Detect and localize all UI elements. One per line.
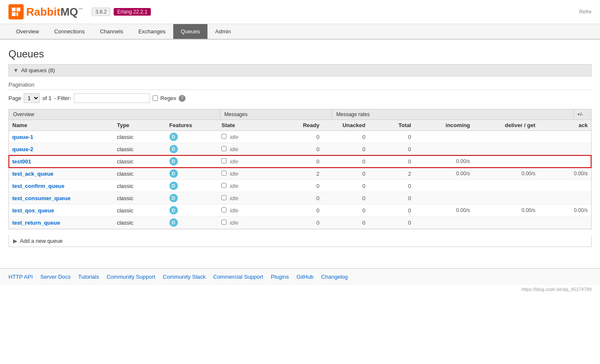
cell-incoming — [415, 131, 473, 143]
refresh-link[interactable]: Refre — [579, 9, 592, 15]
queue-link[interactable]: queue-2 — [12, 146, 33, 152]
filter-input[interactable] — [74, 93, 150, 103]
footer-github[interactable]: GitHub — [297, 274, 314, 280]
section-label: All queues (8) — [21, 67, 55, 73]
nav-queues[interactable]: Queues — [173, 24, 208, 39]
regex-checkbox[interactable] — [153, 95, 158, 101]
svg-rect-1 — [16, 8, 20, 11]
cell-ready: 0 — [277, 155, 323, 168]
queue-link[interactable]: test_ack_queue — [12, 171, 54, 177]
cell-unacked: 0 — [323, 204, 369, 217]
cell-name: test_qos_queue — [9, 204, 114, 217]
footer-tutorials[interactable]: Tutorials — [78, 274, 99, 280]
cell-total: 0 — [369, 192, 415, 204]
cell-state: idle — [218, 192, 277, 204]
state-checkbox[interactable] — [221, 146, 226, 151]
footer-changelog[interactable]: Changelog — [321, 274, 348, 280]
nav-channels[interactable]: Channels — [92, 24, 131, 39]
cell-incoming — [415, 217, 473, 229]
of-label: of 1 — [42, 95, 52, 101]
cell-deliver-get: 0.00/s — [473, 204, 539, 217]
nav-connections[interactable]: Connections — [46, 24, 92, 39]
pagination-label: Pagination — [8, 81, 592, 90]
d-badge: D — [169, 218, 178, 227]
nav-overview[interactable]: Overview — [8, 24, 46, 39]
cell-incoming — [415, 180, 473, 192]
cell-ack — [539, 180, 591, 192]
header: RabbitMQ™ 3.8.2 Erlang 22.2.1 Refre — [0, 0, 600, 24]
cell-type: classic — [114, 192, 166, 204]
state-label: idle — [230, 195, 238, 201]
add-queue-toggle[interactable]: ▶ Add a new queue — [13, 238, 587, 244]
footer-community-slack[interactable]: Community Slack — [163, 274, 205, 280]
cell-name: test_ack_queue — [9, 168, 114, 180]
cell-deliver-get — [473, 131, 539, 143]
queue-link[interactable]: test001 — [12, 158, 31, 165]
cell-deliver-get — [473, 217, 539, 229]
nav-exchanges[interactable]: Exchanges — [131, 24, 173, 39]
footer-community-support[interactable]: Community Support — [106, 274, 155, 280]
queue-link[interactable]: queue-1 — [12, 134, 33, 140]
queue-link[interactable]: test_qos_queue — [12, 207, 54, 214]
col-ready: Ready — [277, 120, 323, 131]
cell-ack — [539, 131, 591, 143]
cell-state: idle — [218, 131, 277, 143]
state-checkbox[interactable] — [221, 134, 226, 139]
table-row: test_qos_queue classic D idle 0 0 0 0.00… — [9, 204, 591, 217]
cell-ready: 0 — [277, 143, 323, 155]
state-checkbox[interactable] — [221, 158, 226, 163]
queue-link[interactable]: test_return_queue — [12, 220, 60, 226]
cell-name: queue-2 — [9, 143, 114, 155]
footer-plugins[interactable]: Plugins — [271, 274, 289, 280]
nav: Overview Connections Channels Exchanges … — [0, 24, 600, 40]
page-title: Queues — [8, 48, 592, 60]
footer-server-docs[interactable]: Server Docs — [41, 274, 71, 280]
svg-rect-2 — [12, 12, 16, 16]
cell-features: D — [166, 192, 218, 204]
queue-link[interactable]: test_confirm_queue — [12, 183, 65, 189]
cell-name: test_return_queue — [9, 217, 114, 229]
plus-minus-button[interactable]: +/- — [573, 109, 591, 120]
d-badge: D — [169, 145, 178, 153]
cell-type: classic — [114, 180, 166, 192]
cell-ready: 0 — [277, 204, 323, 217]
section-arrow: ▼ — [13, 67, 19, 73]
table-row: test_consumer_queue classic D idle 0 0 0 — [9, 192, 591, 204]
svg-rect-3 — [16, 12, 18, 16]
cell-ack — [539, 217, 591, 229]
cell-features: D — [166, 180, 218, 192]
logo: RabbitMQ™ — [8, 4, 83, 19]
version-badge: 3.8.2 — [92, 8, 111, 16]
footer-http-api[interactable]: HTTP API — [8, 274, 33, 280]
logo-icon — [8, 4, 24, 19]
state-label: idle — [230, 146, 238, 152]
state-label: idle — [230, 171, 238, 177]
section-header[interactable]: ▼ All queues (8) — [8, 64, 592, 76]
state-checkbox[interactable] — [221, 207, 226, 212]
help-icon[interactable]: ? — [179, 95, 185, 102]
page-select[interactable]: 1 — [24, 93, 40, 103]
d-badge: D — [169, 206, 178, 215]
nav-admin[interactable]: Admin — [207, 24, 238, 39]
bottom-url: https://blog.csdn.be/qq_45174789 — [0, 285, 600, 293]
queue-table-wrapper: Overview Messages Message rates +/- Name… — [8, 109, 592, 229]
d-badge: D — [169, 194, 178, 202]
footer-commercial-support[interactable]: Commercial Support — [213, 274, 264, 280]
cell-ack: 0.00/s — [539, 204, 591, 217]
state-checkbox[interactable] — [221, 171, 226, 176]
cell-ready: 0 — [277, 217, 323, 229]
section-overview-label: Overview — [9, 109, 220, 120]
state-checkbox[interactable] — [221, 183, 226, 188]
content: Queues ▼ All queues (8) Pagination Page … — [0, 40, 600, 255]
queue-link[interactable]: test_consumer_queue — [12, 195, 71, 201]
state-label: idle — [230, 207, 238, 214]
state-checkbox[interactable] — [221, 195, 226, 200]
col-unacked: Unacked — [323, 120, 369, 131]
cell-incoming: 0.00/s — [415, 168, 473, 180]
cell-features: D — [166, 168, 218, 180]
state-checkbox[interactable] — [221, 220, 226, 225]
cell-type: classic — [114, 155, 166, 168]
cell-incoming: 0.00/s — [415, 155, 473, 168]
cell-total: 2 — [369, 168, 415, 180]
table-row: test001 classic D idle 0 0 0 0.00/s — [9, 155, 591, 168]
